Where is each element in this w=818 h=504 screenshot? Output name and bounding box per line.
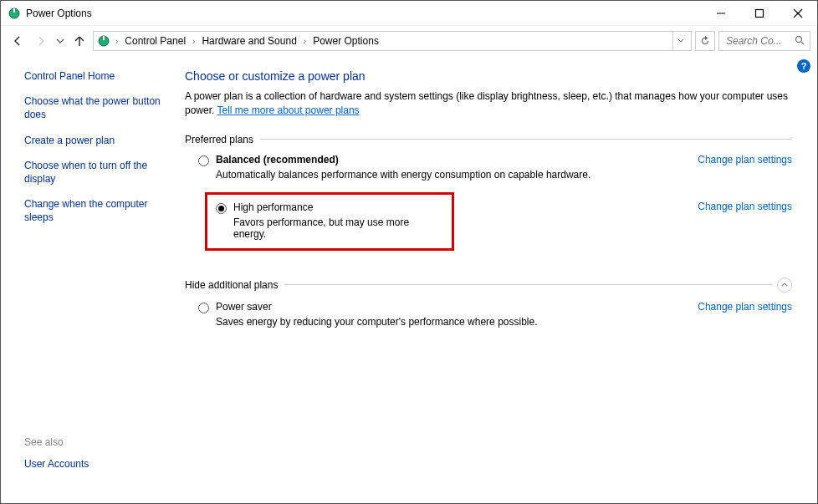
svg-rect-3 — [756, 9, 764, 17]
see-also-section: See also User Accounts — [24, 436, 168, 470]
change-settings-balanced[interactable]: Change plan settings — [698, 154, 792, 165]
sidebar-link-computer-sleeps[interactable]: Change when the computer sleeps — [24, 197, 168, 224]
main-panel: Choose or customize a power plan A power… — [176, 56, 817, 503]
sidebar-link-turn-off-display[interactable]: Choose when to turn off the display — [24, 159, 168, 186]
maximize-button[interactable] — [740, 1, 779, 26]
sidebar: Control Panel Home Choose what the power… — [1, 56, 176, 503]
search-box[interactable] — [718, 31, 810, 51]
svg-line-9 — [801, 42, 804, 44]
svg-rect-1 — [13, 8, 15, 13]
additional-plans-text: Hide additional plans — [185, 279, 278, 291]
close-button[interactable] — [779, 1, 817, 26]
intro-text: A power plan is a collection of hardware… — [185, 89, 792, 119]
minimize-button[interactable] — [702, 1, 740, 26]
breadcrumb-item[interactable]: Power Options — [309, 35, 382, 47]
window-buttons — [702, 1, 817, 26]
radio-high-performance[interactable] — [216, 203, 227, 214]
history-dropdown[interactable] — [54, 31, 66, 51]
radio-balanced[interactable] — [198, 155, 209, 166]
titlebar: Power Options — [1, 1, 817, 26]
change-settings-power-saver[interactable]: Change plan settings — [698, 301, 792, 313]
collapse-toggle[interactable] — [777, 277, 792, 293]
svg-point-8 — [796, 36, 802, 42]
plan-power-saver: Power saver Change plan settings Saves e… — [198, 301, 792, 328]
plan-high-performance: High performance Favors performance, but… — [216, 201, 443, 240]
highlight-box: High performance Favors performance, but… — [205, 192, 454, 251]
sidebar-link-power-button[interactable]: Choose what the power button does — [24, 94, 168, 121]
plan-desc-high-performance: Favors performance, but may use more ene… — [233, 216, 443, 240]
change-settings-high-performance[interactable]: Change plan settings — [698, 192, 792, 212]
chevron-right-icon[interactable]: › — [302, 37, 308, 46]
learn-more-link[interactable]: Tell me more about power plans — [217, 104, 359, 116]
window-title: Power Options — [26, 8, 92, 19]
breadcrumb-item[interactable]: Hardware and Sound — [198, 35, 299, 47]
plan-name-power-saver[interactable]: Power saver — [216, 301, 272, 313]
chevron-right-icon[interactable]: › — [114, 37, 120, 46]
help-icon[interactable]: ? — [797, 59, 810, 73]
refresh-button[interactable] — [695, 31, 715, 51]
plan-name-balanced[interactable]: Balanced (recommended) — [216, 154, 339, 165]
additional-plans-label[interactable]: Hide additional plans — [185, 277, 792, 293]
preferred-plans-label: Preferred plans — [185, 134, 792, 145]
plan-desc-balanced: Automatically balances performance with … — [216, 169, 792, 181]
control-panel-home-link[interactable]: Control Panel Home — [24, 69, 168, 83]
plan-high-performance-row: High performance Favors performance, but… — [198, 192, 792, 264]
plan-balanced: Balanced (recommended) Change plan setti… — [198, 154, 792, 181]
address-dropdown[interactable] — [672, 32, 688, 50]
search-icon[interactable] — [795, 35, 805, 48]
address-bar[interactable]: › Control Panel › Hardware and Sound › P… — [93, 31, 692, 51]
svg-rect-7 — [103, 36, 105, 40]
plan-desc-power-saver: Saves energy by reducing your computer's… — [216, 316, 792, 328]
up-button[interactable] — [69, 31, 89, 51]
plan-name-high-performance[interactable]: High performance — [233, 201, 313, 213]
window-frame: Power Options — [0, 0, 818, 504]
power-options-icon — [8, 7, 21, 20]
back-button[interactable] — [8, 31, 28, 51]
sidebar-link-create-plan[interactable]: Create a power plan — [24, 134, 168, 147]
navigation-row: › Control Panel › Hardware and Sound › P… — [1, 26, 817, 56]
radio-power-saver[interactable] — [198, 303, 209, 313]
content-area: ? Control Panel Home Choose what the pow… — [1, 56, 817, 503]
chevron-right-icon[interactable]: › — [191, 37, 197, 46]
divider — [260, 139, 792, 140]
power-options-icon — [97, 34, 110, 48]
preferred-plans-text: Preferred plans — [185, 134, 253, 145]
see-also-user-accounts[interactable]: User Accounts — [24, 458, 89, 470]
breadcrumb-item[interactable]: Control Panel — [121, 35, 189, 47]
page-heading: Choose or customize a power plan — [185, 69, 792, 83]
see-also-label: See also — [24, 436, 168, 448]
search-input[interactable] — [724, 34, 791, 48]
forward-button[interactable] — [31, 31, 51, 51]
divider — [284, 284, 772, 285]
